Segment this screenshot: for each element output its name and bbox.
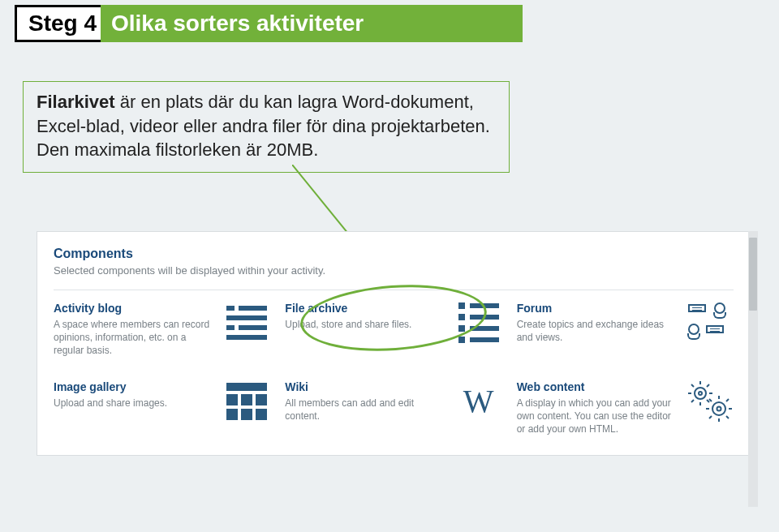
callout-keyword: Filarkivet: [37, 92, 115, 112]
tile-title: Forum: [517, 302, 675, 315]
tile-desc: A space where members can record opinion…: [54, 318, 212, 358]
panel-subtitle: Selected components will be displayed wi…: [54, 264, 734, 277]
svg-point-2: [699, 392, 702, 395]
forum-icon: [686, 302, 734, 344]
step-badge: Steg 4: [15, 5, 110, 42]
tile-wiki[interactable]: Wiki All members can add and edit conten…: [285, 380, 501, 436]
svg-line-20: [726, 416, 729, 418]
svg-line-17: [709, 399, 712, 401]
tile-title: Image gallery: [54, 380, 212, 393]
tile-desc: Upload and share images.: [54, 397, 212, 410]
tile-web-content[interactable]: Web content A display in which you can a…: [517, 380, 734, 436]
step-title-bar: Olika sorters aktiviteter: [101, 5, 523, 42]
divider: [54, 290, 734, 290]
svg-line-7: [691, 384, 694, 387]
components-grid: Activity blog A space where members can …: [54, 302, 734, 435]
tile-file-archive[interactable]: File archive Upload, store and share fil…: [285, 302, 501, 358]
tile-desc: Create topics and exchange ideas and vie…: [517, 318, 675, 344]
svg-line-10: [707, 400, 709, 402]
scrollbar-thumb[interactable]: [749, 238, 757, 311]
tile-desc: Upload, store and share files.: [285, 318, 443, 331]
tile-forum[interactable]: Forum Create topics and exchange ideas a…: [517, 302, 734, 358]
tile-title: File archive: [285, 302, 443, 315]
components-panel: Components Selected components will be d…: [37, 231, 751, 456]
svg-line-9: [691, 400, 694, 402]
scrollbar[interactable]: [748, 231, 758, 507]
panel-heading: Components: [54, 247, 734, 261]
svg-point-11: [712, 402, 725, 415]
svg-line-18: [726, 399, 729, 401]
blog-icon: [223, 302, 270, 344]
tile-desc: A display in which you can add your own …: [517, 397, 675, 436]
svg-point-1: [695, 388, 706, 399]
tile-title: Activity blog: [54, 302, 212, 315]
tile-activity-blog[interactable]: Activity blog A space where members can …: [54, 302, 270, 358]
image-gallery-icon: [223, 380, 270, 423]
tile-title: Web content: [517, 380, 675, 393]
gears-icon: [686, 380, 734, 423]
svg-line-8: [707, 384, 709, 387]
tile-image-gallery[interactable]: Image gallery Upload and share images.: [54, 380, 270, 436]
file-archive-icon: [455, 302, 502, 344]
tile-title: Wiki: [285, 380, 443, 393]
wiki-icon: W: [455, 380, 502, 423]
callout-box: Filarkivet är en plats där du kan lagra …: [23, 81, 510, 173]
svg-point-12: [717, 406, 721, 410]
svg-line-19: [709, 416, 712, 418]
tile-desc: All members can add and edit content.: [285, 397, 443, 423]
